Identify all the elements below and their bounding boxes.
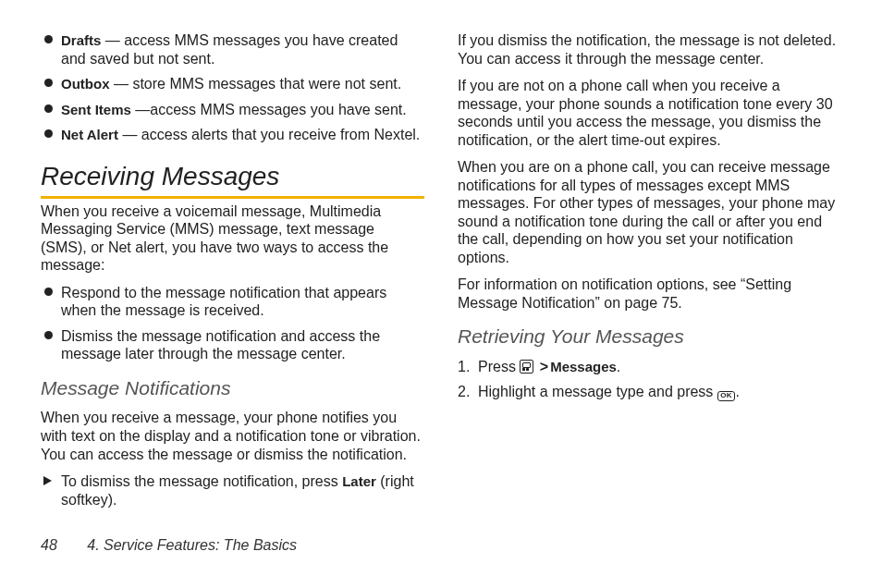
- folder-desc: —access MMS messages you have sent.: [131, 102, 407, 117]
- folder-label: Net Alert: [61, 127, 118, 142]
- softkey-later: Later: [342, 473, 376, 489]
- page-footer: 48 4. Service Features: The Basics: [41, 536, 297, 555]
- folder-list: Drafts — access MMS messages you have cr…: [41, 31, 424, 144]
- breadcrumb-separator: >: [538, 359, 550, 374]
- folder-desc: — access alerts that you receive from Ne…: [118, 127, 420, 142]
- footer-title: 4. Service Features: The Basics: [87, 537, 297, 553]
- receiving-options-list: Respond to the message notification that…: [41, 284, 424, 363]
- list-item: Highlight a message type and press OK.: [458, 383, 841, 401]
- ok-key-icon: OK: [717, 391, 736, 401]
- list-item: Outbox — store MMS messages that were no…: [41, 75, 424, 93]
- text-run: Highlight a message type and press: [478, 384, 717, 399]
- manual-page: Drafts — access MMS messages you have cr…: [0, 0, 882, 588]
- section-heading-receiving: Receiving Messages: [41, 161, 424, 199]
- body-text: If you are not on a phone call when you …: [458, 77, 841, 149]
- menu-item-messages: Messages: [550, 359, 617, 374]
- menu-key-icon: [520, 360, 533, 374]
- list-item: Dismiss the message notification and acc…: [41, 327, 424, 363]
- list-item: Sent Items —access MMS messages you have…: [41, 101, 424, 119]
- body-text: If you dismiss the notification, the mes…: [458, 31, 841, 67]
- text-run: .: [735, 384, 739, 399]
- folder-label: Sent Items: [61, 102, 131, 117]
- list-item: Press >Messages.: [458, 358, 841, 376]
- text-run: To dismiss the message notification, pre…: [61, 473, 342, 489]
- content-columns: Drafts — access MMS messages you have cr…: [41, 31, 841, 521]
- list-item: Drafts — access MMS messages you have cr…: [41, 31, 424, 67]
- folder-desc: — access MMS messages you have created a…: [61, 32, 398, 67]
- subheading-retrieving: Retrieving Your Messages: [458, 325, 841, 349]
- folder-label: Outbox: [61, 76, 110, 92]
- text-run: Press: [478, 359, 520, 374]
- dismiss-instruction: To dismiss the message notification, pre…: [41, 472, 424, 508]
- folder-desc: — store MMS messages that were not sent.: [110, 76, 402, 92]
- body-text: When you receive a message, your phone n…: [41, 409, 424, 463]
- body-text: When you are on a phone call, you can re…: [458, 158, 841, 266]
- text-run: .: [617, 359, 620, 374]
- folder-label: Drafts: [61, 32, 101, 48]
- body-text: For information on notification options,…: [458, 276, 841, 312]
- body-text: When you receive a voicemail message, Mu…: [41, 202, 424, 275]
- retrieve-steps: Press >Messages. Highlight a message typ…: [458, 358, 841, 401]
- page-number: 48: [41, 537, 57, 553]
- list-item: Net Alert — access alerts that you recei…: [41, 126, 424, 144]
- list-item: To dismiss the message notification, pre…: [41, 472, 424, 508]
- list-item: Respond to the message notification that…: [41, 284, 424, 320]
- subheading-notifications: Message Notifications: [41, 376, 424, 400]
